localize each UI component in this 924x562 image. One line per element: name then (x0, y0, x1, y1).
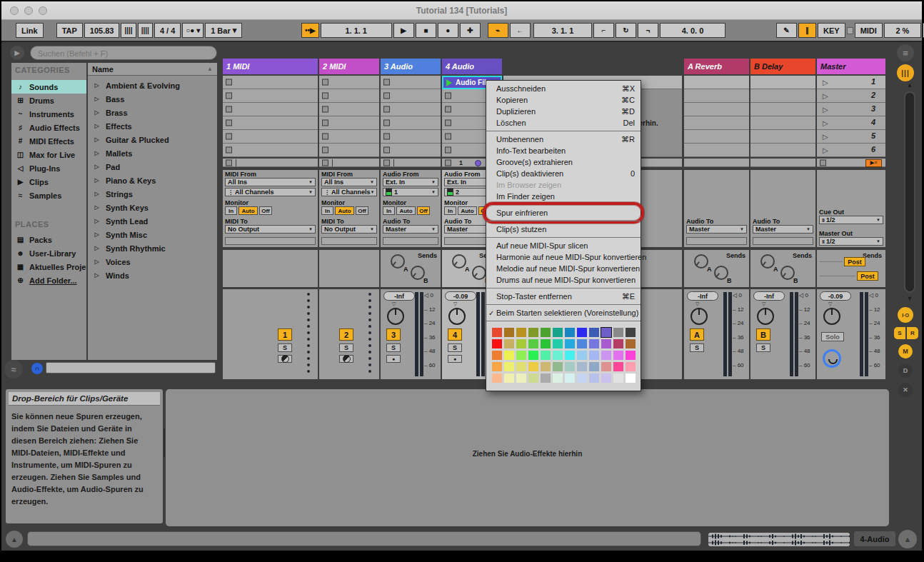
splitter-handle[interactable] (164, 428, 165, 457)
arm-button[interactable]: ● (448, 355, 462, 363)
clip-slot[interactable] (381, 116, 441, 130)
send-knob-a[interactable] (694, 254, 708, 269)
color-swatch[interactable] (492, 351, 502, 360)
monitor-auto-button[interactable]: Auto (458, 206, 477, 215)
clip-stop-button[interactable] (322, 134, 328, 140)
color-swatch[interactable] (565, 373, 575, 383)
mixer-section-toggle[interactable]: M (898, 344, 913, 358)
track-activator[interactable]: B (756, 328, 770, 341)
color-swatch[interactable] (504, 339, 514, 348)
send-knob-b[interactable] (714, 266, 728, 280)
menu-item-im-finder-zeigen[interactable]: Im Finder zeigen (486, 191, 641, 202)
clip-stop-button[interactable] (322, 159, 328, 166)
input-type-select[interactable]: All Ins▼ (225, 178, 316, 186)
arm-button[interactable] (278, 355, 292, 363)
color-swatch[interactable] (613, 351, 623, 360)
scroll-down-icon[interactable]: ▼ (904, 295, 915, 303)
clip-stop-button[interactable] (445, 159, 451, 166)
color-swatch[interactable] (516, 328, 526, 337)
color-swatch[interactable] (541, 339, 551, 348)
volume-display[interactable]: -0.09 (445, 291, 476, 301)
return-clip-slot[interactable] (750, 103, 815, 116)
detail-view-toggle-icon[interactable]: ▲ (898, 530, 917, 548)
scene-play-icon[interactable]: ▷ (823, 92, 830, 101)
color-swatch[interactable] (626, 362, 636, 371)
menu-item-beim-starten-selektieren-voreinstellung[interactable]: ✓Beim Starten selektieren (Voreinstellun… (486, 307, 641, 318)
monitor-in-button[interactable]: In (383, 206, 395, 215)
color-swatch[interactable] (589, 373, 599, 383)
scene-slot[interactable]: ▷6 (817, 144, 885, 157)
volume-display[interactable]: -Inf (687, 291, 718, 301)
color-swatch[interactable] (516, 373, 526, 383)
menu-item-stop-taster-entfernen[interactable]: Stop-Taster entfernen⌘E (486, 291, 641, 302)
post-a-button[interactable]: Post (844, 257, 865, 266)
monitor-auto-button[interactable]: Auto (238, 206, 258, 215)
clip-stop-button[interactable] (383, 159, 390, 166)
output-type-select[interactable]: Master▼ (753, 225, 813, 234)
track-header-2-midi[interactable]: 2 MIDI (319, 59, 379, 74)
input-channel-select[interactable]: ⋮All Channels▼ (321, 188, 377, 196)
track-activator[interactable]: A (690, 328, 704, 341)
menu-item-ausschneiden[interactable]: Ausschneiden⌘X (486, 83, 641, 94)
clip-stop-button[interactable] (226, 159, 232, 166)
monitor-in-button[interactable]: In (321, 206, 333, 215)
scene-play-icon[interactable]: ▷ (823, 106, 830, 114)
clip-stop-button[interactable] (226, 106, 232, 113)
color-swatch[interactable] (601, 339, 611, 348)
output-type-select[interactable]: Master▼ (686, 225, 747, 234)
color-swatch[interactable] (504, 373, 514, 383)
input-channel-select[interactable]: ⋮All Channels▼ (225, 188, 316, 196)
clip-slot[interactable] (223, 116, 318, 130)
output-channel-box[interactable] (686, 237, 747, 245)
color-swatch[interactable] (613, 328, 623, 337)
device-drop-area[interactable]: Ziehen Sie Audio-Effekte hierhin (166, 389, 889, 526)
clip-slot[interactable] (319, 89, 379, 103)
color-swatch[interactable] (589, 362, 599, 371)
color-swatch[interactable] (626, 351, 636, 360)
monitor-off-button[interactable]: Off (259, 206, 272, 215)
returns-section-toggle[interactable]: R (907, 327, 918, 339)
color-swatch[interactable] (528, 339, 538, 348)
delay-section-toggle[interactable]: D (898, 363, 913, 378)
color-swatch[interactable] (541, 362, 551, 371)
clip-slot[interactable] (223, 76, 318, 89)
output-channel-box[interactable] (383, 237, 438, 245)
clip-stop-button[interactable] (383, 106, 390, 113)
color-swatch[interactable] (492, 373, 502, 383)
clip-stop-button[interactable] (226, 79, 232, 86)
color-swatch[interactable] (504, 328, 514, 337)
menu-item-l-schen[interactable]: LöschenDel (486, 117, 641, 129)
track-header-1-midi[interactable]: 1 MIDI (223, 59, 318, 74)
color-swatch[interactable] (589, 339, 599, 348)
clip-stop-button[interactable] (226, 93, 232, 99)
monitor-off-button[interactable]: Off (356, 206, 368, 215)
color-swatch[interactable] (613, 339, 623, 348)
volume-knob[interactable] (448, 308, 466, 325)
return-clip-slot[interactable] (750, 130, 815, 144)
scene-slot[interactable]: ▷1 (817, 76, 885, 89)
color-swatch[interactable] (516, 351, 526, 360)
solo-button[interactable]: S (756, 343, 770, 352)
color-swatch[interactable] (553, 351, 563, 360)
menu-item-drums-auf-neue-midi-spur-konvertieren[interactable]: Drums auf neue MIDI-Spur konvertieren (486, 274, 641, 286)
clip-stop-button[interactable] (820, 159, 826, 166)
color-swatch[interactable] (577, 373, 587, 383)
send-knob-a[interactable] (391, 254, 405, 269)
return-clip-slot[interactable] (684, 103, 749, 116)
overview-menu-icon[interactable]: ≡ (897, 44, 914, 61)
output-type-select[interactable]: Master▼ (383, 225, 438, 234)
color-swatch[interactable] (553, 373, 563, 383)
sends-section-toggle[interactable]: S (894, 327, 905, 339)
clip-stop-button[interactable] (383, 147, 390, 154)
monitor-in-button[interactable]: In (444, 206, 456, 215)
color-swatch[interactable] (626, 373, 636, 383)
send-knob-a[interactable] (760, 254, 775, 269)
track-header-a-reverb[interactable]: A Reverb (684, 59, 749, 74)
clip-stop-button[interactable] (445, 147, 451, 154)
color-swatch[interactable] (589, 328, 599, 337)
arm-button[interactable]: ● (386, 355, 401, 363)
color-swatch[interactable] (541, 328, 551, 337)
menu-item-im-browser-zeigen[interactable]: Im Browser zeigen (486, 179, 641, 191)
clip-play-icon[interactable] (446, 79, 452, 86)
input-channel-select[interactable]: 1▼ (383, 188, 438, 196)
